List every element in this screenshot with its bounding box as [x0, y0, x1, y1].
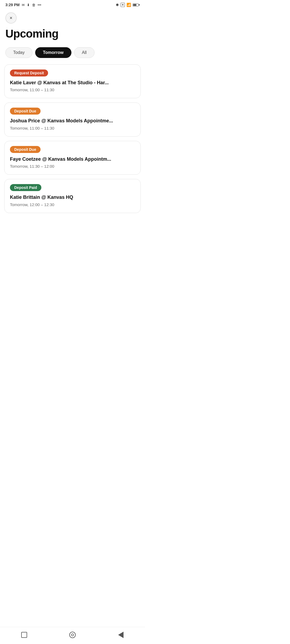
x-icon: ✕: [121, 3, 125, 7]
tab-today[interactable]: Today: [5, 47, 32, 58]
wifi-icon: 📶: [126, 3, 131, 7]
badge-3: Deposit Due: [10, 146, 41, 153]
card-time-3: Tomorrow, 11:30 – 12:00: [10, 164, 135, 169]
card-title-2: Joshua Price @ Kanvas Models Appointme..…: [10, 118, 135, 124]
tab-all[interactable]: All: [74, 47, 95, 58]
filter-tabs: Today Tomorrow All: [0, 46, 145, 64]
close-icon: ×: [10, 15, 13, 21]
bluetooth-icon: ✱: [116, 3, 119, 7]
card-time-2: Tomorrow, 11:00 – 11:30: [10, 126, 135, 130]
close-button[interactable]: ×: [5, 12, 17, 24]
card-time-1: Tomorrow, 11:00 – 11:30: [10, 87, 135, 92]
card-title-3: Faye Coetzee @ Kanvas Models Appointm...: [10, 156, 135, 162]
status-time: 3:29 PM: [5, 3, 20, 7]
status-left: 3:29 PM ✉ ⬇ 🗑 •••: [5, 3, 41, 7]
appointment-card-4[interactable]: Deposit Paid Katie Brittain @ Kanvas HQ …: [4, 179, 141, 213]
tab-tomorrow[interactable]: Tomorrow: [35, 47, 71, 58]
card-time-4: Tomorrow, 12:00 – 12:30: [10, 202, 135, 207]
appointment-card-3[interactable]: Deposit Due Faye Coetzee @ Kanvas Models…: [4, 141, 141, 175]
delete-icon: 🗑: [32, 3, 35, 7]
appointment-card-1[interactable]: Request Deposit Katie Laver @ Kanvas at …: [4, 64, 141, 98]
appointment-card-2[interactable]: Deposit Due Joshua Price @ Kanvas Models…: [4, 103, 141, 136]
download-icon: ⬇: [27, 3, 30, 7]
status-bar: 3:29 PM ✉ ⬇ 🗑 ••• ✱ ✕ 📶: [0, 0, 145, 9]
badge-4: Deposit Paid: [10, 184, 41, 191]
badge-2: Deposit Due: [10, 108, 41, 115]
appointments-list: Request Deposit Katie Laver @ Kanvas at …: [0, 64, 145, 235]
badge-1: Request Deposit: [10, 69, 48, 76]
card-title-1: Katie Laver @ Kanvas at The Studio - Har…: [10, 80, 135, 86]
page-title: Upcoming: [0, 26, 145, 46]
card-title-4: Katie Brittain @ Kanvas HQ: [10, 194, 135, 200]
more-icon: •••: [38, 3, 41, 7]
status-right: ✱ ✕ 📶: [116, 3, 140, 7]
battery-icon: [133, 3, 140, 6]
mail-icon: ✉: [22, 3, 25, 7]
